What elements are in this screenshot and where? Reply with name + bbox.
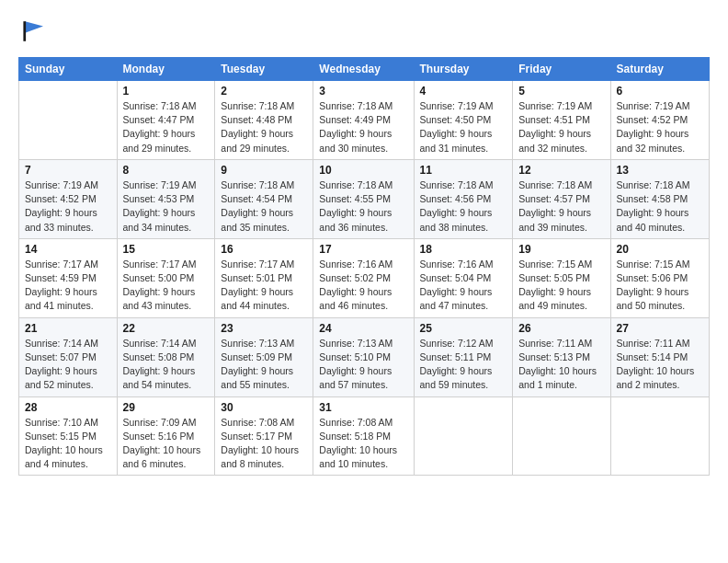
day-number: 11: [420, 164, 507, 177]
day-info: Sunrise: 7:17 AMSunset: 5:00 PMDaylight:…: [123, 258, 210, 314]
calendar-cell: 22Sunrise: 7:14 AMSunset: 5:08 PMDayligh…: [117, 317, 215, 396]
header-cell-thursday: Thursday: [414, 58, 513, 81]
week-row-5: 28Sunrise: 7:10 AMSunset: 5:15 PMDayligh…: [19, 396, 710, 476]
day-info: Sunrise: 7:13 AMSunset: 5:10 PMDaylight:…: [319, 337, 407, 393]
calendar-cell: 5Sunrise: 7:19 AMSunset: 4:51 PMDaylight…: [513, 81, 610, 160]
calendar-cell: 15Sunrise: 7:17 AMSunset: 5:00 PMDayligh…: [117, 238, 215, 317]
calendar-cell: 24Sunrise: 7:13 AMSunset: 5:10 PMDayligh…: [313, 317, 414, 396]
calendar-cell: 16Sunrise: 7:17 AMSunset: 5:01 PMDayligh…: [215, 238, 313, 317]
calendar-cell: 27Sunrise: 7:11 AMSunset: 5:14 PMDayligh…: [610, 317, 709, 396]
day-info: Sunrise: 7:19 AMSunset: 4:50 PMDaylight:…: [420, 99, 507, 155]
day-info: Sunrise: 7:16 AMSunset: 5:04 PMDaylight:…: [420, 258, 507, 314]
day-info: Sunrise: 7:09 AMSunset: 5:16 PMDaylight:…: [123, 416, 210, 472]
header-cell-wednesday: Wednesday: [313, 58, 414, 81]
day-number: 21: [25, 322, 111, 335]
day-number: 14: [25, 243, 111, 256]
day-info: Sunrise: 7:18 AMSunset: 4:54 PMDaylight:…: [221, 178, 307, 235]
day-number: 16: [221, 243, 307, 256]
day-info: Sunrise: 7:14 AMSunset: 5:08 PMDaylight:…: [123, 337, 210, 393]
logo-icon: [18, 15, 51, 48]
day-number: 15: [123, 243, 210, 256]
calendar-cell: 12Sunrise: 7:18 AMSunset: 4:57 PMDayligh…: [513, 159, 610, 238]
calendar-table: SundayMondayTuesdayWednesdayThursdayFrid…: [18, 57, 710, 476]
day-number: 13: [617, 164, 703, 177]
calendar-cell: 26Sunrise: 7:11 AMSunset: 5:13 PMDayligh…: [513, 317, 610, 396]
calendar-cell: 8Sunrise: 7:19 AMSunset: 4:53 PMDaylight…: [117, 159, 215, 238]
calendar-cell: 25Sunrise: 7:12 AMSunset: 5:11 PMDayligh…: [414, 317, 513, 396]
day-number: 10: [319, 164, 407, 177]
calendar-cell: 20Sunrise: 7:15 AMSunset: 5:06 PMDayligh…: [610, 238, 709, 317]
calendar-cell: 10Sunrise: 7:18 AMSunset: 4:55 PMDayligh…: [313, 159, 414, 238]
calendar-cell: 4Sunrise: 7:19 AMSunset: 4:50 PMDaylight…: [414, 81, 513, 160]
header-cell-tuesday: Tuesday: [215, 58, 313, 81]
week-row-1: 1Sunrise: 7:18 AMSunset: 4:47 PMDaylight…: [19, 81, 710, 160]
day-number: 7: [25, 164, 111, 177]
day-info: Sunrise: 7:10 AMSunset: 5:15 PMDaylight:…: [25, 416, 111, 472]
calendar-cell: 14Sunrise: 7:17 AMSunset: 4:59 PMDayligh…: [19, 238, 118, 317]
day-info: Sunrise: 7:18 AMSunset: 4:49 PMDaylight:…: [319, 99, 407, 155]
calendar-cell: [513, 396, 610, 476]
day-number: 24: [319, 322, 407, 335]
calendar-cell: 13Sunrise: 7:18 AMSunset: 4:58 PMDayligh…: [610, 159, 709, 238]
week-row-2: 7Sunrise: 7:19 AMSunset: 4:52 PMDaylight…: [19, 159, 710, 238]
calendar-cell: 11Sunrise: 7:18 AMSunset: 4:56 PMDayligh…: [414, 159, 513, 238]
header: [18, 15, 710, 48]
day-info: Sunrise: 7:17 AMSunset: 5:01 PMDaylight:…: [221, 258, 307, 314]
day-number: 4: [420, 85, 507, 98]
day-info: Sunrise: 7:19 AMSunset: 4:52 PMDaylight:…: [25, 178, 111, 235]
day-info: Sunrise: 7:13 AMSunset: 5:09 PMDaylight:…: [221, 337, 307, 393]
day-number: 19: [518, 243, 604, 256]
day-number: 20: [617, 243, 703, 256]
header-cell-sunday: Sunday: [19, 58, 118, 81]
day-info: Sunrise: 7:08 AMSunset: 5:18 PMDaylight:…: [319, 416, 407, 472]
calendar-cell: 30Sunrise: 7:08 AMSunset: 5:17 PMDayligh…: [215, 396, 313, 476]
day-number: 27: [617, 322, 703, 335]
day-number: 5: [518, 85, 604, 98]
day-number: 25: [420, 322, 507, 335]
calendar-cell: 6Sunrise: 7:19 AMSunset: 4:52 PMDaylight…: [610, 81, 709, 160]
day-info: Sunrise: 7:18 AMSunset: 4:48 PMDaylight:…: [221, 99, 307, 155]
day-number: 26: [518, 322, 604, 335]
svg-marker-0: [25, 21, 43, 33]
day-info: Sunrise: 7:18 AMSunset: 4:56 PMDaylight:…: [420, 178, 507, 235]
day-number: 1: [123, 85, 210, 98]
day-info: Sunrise: 7:15 AMSunset: 5:06 PMDaylight:…: [617, 258, 703, 314]
header-cell-monday: Monday: [117, 58, 215, 81]
day-info: Sunrise: 7:19 AMSunset: 4:53 PMDaylight:…: [123, 178, 210, 235]
calendar-cell: 7Sunrise: 7:19 AMSunset: 4:52 PMDaylight…: [19, 159, 118, 238]
logo: [18, 15, 55, 48]
day-info: Sunrise: 7:18 AMSunset: 4:58 PMDaylight:…: [617, 178, 703, 235]
day-number: 30: [221, 401, 307, 414]
header-cell-saturday: Saturday: [610, 58, 709, 81]
header-row: SundayMondayTuesdayWednesdayThursdayFrid…: [19, 58, 710, 81]
header-cell-friday: Friday: [513, 58, 610, 81]
day-number: 22: [123, 322, 210, 335]
calendar-cell: 21Sunrise: 7:14 AMSunset: 5:07 PMDayligh…: [19, 317, 118, 396]
calendar-cell: [414, 396, 513, 476]
day-number: 8: [123, 164, 210, 177]
day-number: 23: [221, 322, 307, 335]
day-info: Sunrise: 7:11 AMSunset: 5:14 PMDaylight:…: [617, 337, 703, 393]
day-info: Sunrise: 7:11 AMSunset: 5:13 PMDaylight:…: [518, 337, 604, 393]
page: SundayMondayTuesdayWednesdayThursdayFrid…: [0, 0, 728, 563]
calendar-cell: 28Sunrise: 7:10 AMSunset: 5:15 PMDayligh…: [19, 396, 118, 476]
day-number: 31: [319, 401, 407, 414]
calendar-cell: 3Sunrise: 7:18 AMSunset: 4:49 PMDaylight…: [313, 81, 414, 160]
day-number: 28: [25, 401, 111, 414]
calendar-cell: 9Sunrise: 7:18 AMSunset: 4:54 PMDaylight…: [215, 159, 313, 238]
day-info: Sunrise: 7:18 AMSunset: 4:47 PMDaylight:…: [123, 99, 210, 155]
calendar-cell: [610, 396, 709, 476]
day-number: 18: [420, 243, 507, 256]
day-info: Sunrise: 7:16 AMSunset: 5:02 PMDaylight:…: [319, 258, 407, 314]
week-row-4: 21Sunrise: 7:14 AMSunset: 5:07 PMDayligh…: [19, 317, 710, 396]
day-info: Sunrise: 7:18 AMSunset: 4:57 PMDaylight:…: [518, 178, 604, 235]
week-row-3: 14Sunrise: 7:17 AMSunset: 4:59 PMDayligh…: [19, 238, 710, 317]
calendar-cell: 19Sunrise: 7:15 AMSunset: 5:05 PMDayligh…: [513, 238, 610, 317]
day-info: Sunrise: 7:19 AMSunset: 4:51 PMDaylight:…: [518, 99, 604, 155]
day-number: 9: [221, 164, 307, 177]
day-info: Sunrise: 7:14 AMSunset: 5:07 PMDaylight:…: [25, 337, 111, 393]
day-number: 29: [123, 401, 210, 414]
day-number: 6: [617, 85, 703, 98]
calendar-cell: 17Sunrise: 7:16 AMSunset: 5:02 PMDayligh…: [313, 238, 414, 317]
day-info: Sunrise: 7:12 AMSunset: 5:11 PMDaylight:…: [420, 337, 507, 393]
